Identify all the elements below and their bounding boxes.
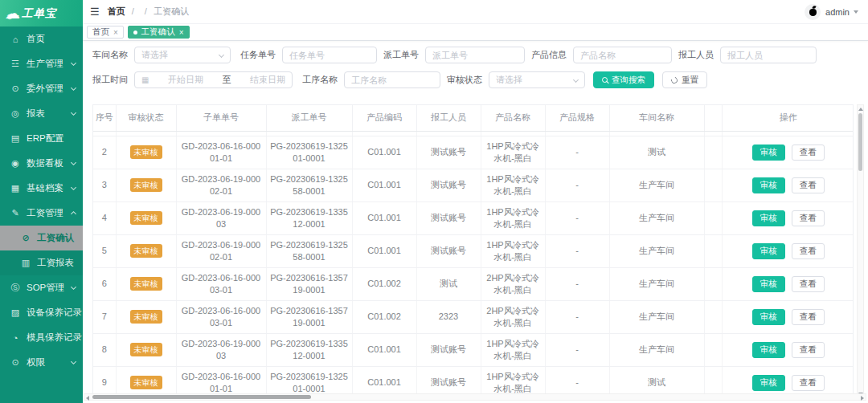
view-button[interactable]: 查看 — [792, 177, 825, 193]
audit-button[interactable]: 审核 — [752, 342, 785, 358]
cell-status: 未审核 — [116, 169, 176, 202]
sidebar-item[interactable]: ⊘工资确认 — [0, 226, 83, 250]
sidebar-item[interactable]: ⊙委外管理 — [0, 76, 83, 101]
erp-config-icon: ▤ — [10, 133, 21, 144]
sidebar-item-label: 设备保养记录 — [27, 307, 82, 319]
tab-close-icon[interactable]: × — [113, 28, 118, 37]
sidebar-item[interactable]: ⊙权限 — [0, 350, 83, 375]
cell-product-code: C01.001 — [352, 234, 416, 267]
task-order-label: 任务单号 — [240, 49, 276, 61]
sidebar-item-label: 首页 — [27, 33, 45, 45]
cell-product-spec: - — [545, 333, 609, 366]
table-body: 2未审核GD-2023-06-16-00001-01PG-20230619-13… — [93, 131, 854, 399]
chevron-down-icon — [71, 60, 76, 66]
sidebar-item[interactable]: ▦基础档案 — [0, 176, 83, 201]
data-dashboard-icon: ◉ — [10, 158, 21, 169]
menu-toggle-icon[interactable]: ☰ — [90, 6, 100, 18]
horizontal-scrollbar[interactable] — [84, 393, 866, 401]
sidebar-item[interactable]: ⓈSOP管理 — [0, 275, 83, 300]
cell-product-spec: - — [545, 267, 609, 300]
task-order-input[interactable] — [282, 47, 377, 63]
sidebar-item-label: 生产管理 — [27, 58, 63, 70]
cell-product-spec: - — [545, 300, 609, 333]
report-worker-input[interactable] — [720, 47, 817, 63]
sidebar-item-label: 工资确认 — [37, 232, 74, 244]
cell-workshop: 生产车间 — [609, 234, 704, 267]
audit-button[interactable]: 审核 — [752, 375, 785, 391]
sidebar-item[interactable]: ◉数据看板 — [0, 151, 83, 176]
report-time-range-picker[interactable]: ▦ 开始日期 至 结束日期 — [134, 71, 293, 88]
breadcrumb-current: 工资确认 — [154, 6, 189, 16]
cell-spacer — [704, 169, 722, 202]
table-row: 5未审核GD-2023-06-19-00002-01PG-20230619-13… — [93, 234, 854, 267]
cell-product-name: 1HP风冷式冷水机-黑白 — [481, 333, 545, 366]
cell-status: 未审核 — [116, 333, 176, 366]
view-button[interactable]: 查看 — [792, 145, 825, 161]
sidebar-item[interactable]: ◎报表 — [0, 101, 83, 126]
production-icon: ☲ — [10, 59, 21, 69]
sidebar-item-label: 数据看板 — [27, 157, 63, 169]
scroll-left-icon[interactable] — [86, 396, 89, 401]
cell-status: 未审核 — [116, 234, 176, 267]
sidebar-item-label: ERP配置 — [27, 132, 64, 145]
cell-worker: 测试账号 — [416, 136, 481, 169]
end-date-placeholder: 结束日期 — [250, 74, 285, 86]
scroll-right-icon[interactable] — [861, 396, 864, 401]
sidebar-item-label: 委外管理 — [27, 83, 63, 95]
chevron-down-icon — [573, 77, 579, 83]
filter-row-1: 车间名称 请选择 任务单号 派工单号 产品信息 — [92, 47, 817, 63]
view-button[interactable]: 查看 — [792, 375, 825, 391]
cell-index: 7 — [93, 300, 116, 333]
reset-button[interactable]: 重置 — [662, 71, 707, 88]
dispatch-order-input[interactable] — [425, 47, 525, 63]
column-header: 子单单号 — [176, 105, 266, 131]
sidebar-item[interactable]: ✎工资管理 — [0, 201, 83, 226]
audit-status-select[interactable]: 请选择 — [489, 71, 585, 88]
vertical-scrollbar-thumb[interactable] — [858, 113, 862, 171]
sidebar-item[interactable]: ⌂首页 — [0, 26, 83, 51]
sidebar-item[interactable]: ▨设备保养记录 — [0, 300, 83, 325]
search-button[interactable]: 查询搜索 — [593, 71, 654, 88]
cell-product-code: C01.001 — [352, 202, 416, 234]
view-button[interactable]: 查看 — [792, 309, 825, 325]
scroll-up-icon[interactable] — [858, 108, 863, 111]
audit-button[interactable]: 审核 — [752, 210, 785, 226]
breadcrumb-root[interactable]: 首页 — [108, 6, 125, 16]
calendar-icon: ▦ — [141, 75, 149, 84]
view-button[interactable]: 查看 — [792, 243, 825, 259]
cell-product-name: 1HP风冷式冷水机-黑白 — [481, 136, 545, 169]
audit-button[interactable]: 审核 — [752, 145, 785, 161]
home-icon: ⌂ — [10, 35, 21, 44]
audit-button[interactable]: 审核 — [752, 276, 785, 292]
status-badge: 未审核 — [130, 277, 162, 291]
vertical-scrollbar[interactable] — [857, 104, 864, 399]
view-button[interactable]: 查看 — [792, 342, 825, 358]
audit-button[interactable]: 审核 — [752, 243, 785, 259]
view-button[interactable]: 查看 — [792, 210, 825, 226]
column-header: 序号 — [93, 105, 116, 131]
cell-spacer — [704, 234, 722, 267]
horizontal-scrollbar-thumb[interactable] — [92, 395, 311, 399]
cell-index: 4 — [93, 202, 116, 234]
cell-status: 未审核 — [116, 202, 176, 234]
cell-workshop: 测试 — [609, 136, 704, 169]
breadcrumb: 首页 / / 工资确认 — [108, 6, 805, 18]
sidebar-item[interactable]: ☲生产管理 — [0, 51, 83, 76]
audit-button[interactable]: 审核 — [752, 177, 785, 193]
cell-dispatch-order: PG-20230616-135719-0001 — [266, 300, 352, 333]
sidebar-item[interactable]: ◔模具保养记录 — [0, 325, 83, 350]
view-button[interactable]: 查看 — [792, 276, 825, 292]
user-menu[interactable]: admin — [805, 4, 858, 20]
process-name-input[interactable] — [344, 71, 440, 88]
workshop-name-select[interactable]: 请选择 — [134, 47, 231, 63]
cell-status: 未审核 — [116, 136, 176, 169]
product-info-input[interactable] — [573, 47, 672, 63]
audit-button[interactable]: 审核 — [752, 309, 785, 325]
refresh-icon — [670, 75, 679, 84]
cell-product-name: 1HP风冷式冷水机-黑白 — [481, 202, 545, 234]
sidebar-item[interactable]: ▥工资报表 — [0, 250, 83, 275]
tab-active[interactable]: 工资确认× — [128, 26, 190, 39]
tab-item[interactable]: 首页× — [87, 26, 124, 39]
sidebar-item[interactable]: ▤ERP配置 — [0, 126, 83, 151]
tab-close-icon[interactable]: × — [179, 28, 184, 37]
